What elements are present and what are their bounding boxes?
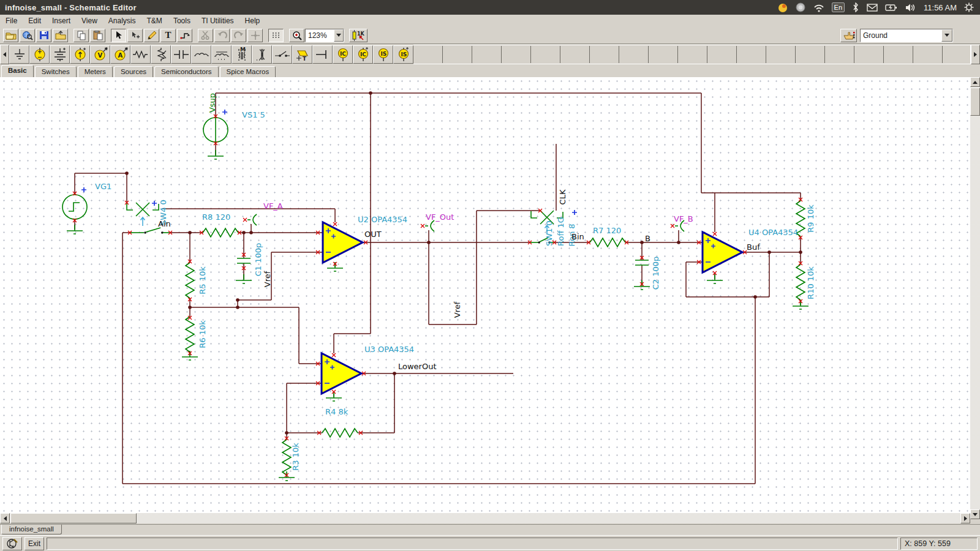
tab-sources[interactable]: Sources xyxy=(114,66,153,77)
palette-inductor-core[interactable] xyxy=(211,45,232,64)
gear-icon[interactable] xyxy=(964,2,974,12)
select-tool-button[interactable] xyxy=(111,29,126,42)
palette-controlled-source-ic1[interactable]: IC xyxy=(333,45,353,64)
battery-icon[interactable] xyxy=(885,4,897,12)
schematic-label[interactable]: VF_A xyxy=(263,202,283,210)
schematic-label[interactable]: R10 10k xyxy=(807,266,815,299)
cut-button[interactable] xyxy=(198,29,213,42)
schematic-label[interactable]: Vref xyxy=(453,302,461,318)
palette-scroll-left[interactable] xyxy=(0,45,9,64)
palette-inductor[interactable] xyxy=(191,45,211,64)
schematic-label[interactable]: R3 10k xyxy=(292,443,300,471)
palette-transformer[interactable]: M xyxy=(232,45,252,64)
schematic-label[interactable]: U3 OPA4354 xyxy=(364,345,414,353)
schematic-label[interactable]: R7 120 xyxy=(593,227,621,234)
volume-knob-icon[interactable] xyxy=(796,2,806,13)
menu-tools[interactable]: Tools xyxy=(168,15,196,26)
text-tool-button[interactable]: T xyxy=(160,29,176,42)
menu-file[interactable]: File xyxy=(0,15,23,26)
schematic-label[interactable]: VF_Out xyxy=(426,213,454,221)
undo-button[interactable] xyxy=(214,29,230,42)
schematic-label[interactable]: R9 10k xyxy=(807,204,815,233)
grid-toggle-button[interactable] xyxy=(268,29,284,42)
schematic-label[interactable]: R5 10k xyxy=(198,266,206,294)
schematic-label[interactable]: R8 120 xyxy=(202,213,230,221)
schematic-label[interactable]: Ain xyxy=(158,220,171,228)
palette-scroll-right[interactable] xyxy=(971,45,980,64)
scroll-down-button[interactable] xyxy=(970,509,980,519)
palette-switch[interactable] xyxy=(272,45,292,64)
open-recent-button[interactable] xyxy=(53,29,68,42)
schematic-label[interactable]: OUT xyxy=(364,230,382,238)
paste-button[interactable] xyxy=(90,29,105,42)
zoom-in-button[interactable] xyxy=(289,29,304,42)
tab-basic[interactable]: Basic xyxy=(1,65,34,77)
palette-resistor[interactable] xyxy=(130,45,151,64)
tab-meters[interactable]: Meters xyxy=(78,66,113,77)
horizontal-scrollbar[interactable] xyxy=(0,513,970,523)
document-tab[interactable]: infnoise_small xyxy=(1,525,62,534)
schematic-label[interactable]: Buf xyxy=(747,243,760,251)
palette-capacitor[interactable] xyxy=(171,45,191,64)
volume-icon[interactable] xyxy=(905,3,916,12)
palette-current-generator[interactable]: A xyxy=(110,45,130,64)
palette-transformer-core[interactable] xyxy=(252,45,272,64)
menu-help[interactable]: Help xyxy=(239,15,266,26)
search-netlist-button[interactable] xyxy=(20,29,35,42)
keyboard-layout-indicator[interactable]: En xyxy=(832,2,845,12)
schematic-label[interactable]: Vsup xyxy=(208,93,216,113)
palette-jumper[interactable] xyxy=(312,45,333,64)
wire-tool-button[interactable] xyxy=(177,29,192,42)
schematic-label[interactable]: VG1 xyxy=(95,182,111,190)
menu-analysis[interactable]: Analysis xyxy=(103,15,141,26)
menu-view[interactable]: View xyxy=(76,15,103,26)
horizontal-scroll-thumb[interactable] xyxy=(10,513,137,523)
schematic-label[interactable]: U4 OPA4354 xyxy=(748,228,798,236)
redo-button[interactable] xyxy=(231,29,246,42)
tab-semiconductors[interactable]: Semiconductors xyxy=(154,66,218,77)
vertical-scrollbar[interactable] xyxy=(970,77,980,519)
menu-ti-utilities[interactable]: TI Utilities xyxy=(196,15,239,26)
schematic-label[interactable]: Bin xyxy=(571,233,584,241)
palette-battery[interactable] xyxy=(50,45,70,64)
pencil-tool-button[interactable] xyxy=(144,29,159,42)
component-jump-combo[interactable]: Ground xyxy=(860,29,953,42)
app-indicator-icon[interactable] xyxy=(778,2,788,13)
schematic-label[interactable]: R4 8k xyxy=(325,408,348,416)
move-tool-button[interactable] xyxy=(127,29,143,42)
menu-insert[interactable]: Insert xyxy=(47,15,76,26)
default-component-value-button[interactable]: 1K xyxy=(349,29,368,42)
scroll-right-button[interactable] xyxy=(960,513,970,523)
palette-voltage-source[interactable] xyxy=(29,45,50,64)
schematic-label[interactable]: VS1 5 xyxy=(242,111,265,119)
schematic-canvas[interactable]: VsupVS1 5VG1SW4 0AinR8 120C1 100pR5 10kR… xyxy=(0,77,970,513)
component-jump-arrow[interactable] xyxy=(941,29,952,42)
jump-to-component-button[interactable] xyxy=(840,29,857,42)
exit-button[interactable]: Exit xyxy=(24,537,44,550)
schematic-label[interactable]: SW1 0 xyxy=(545,220,553,246)
palette-current-source[interactable] xyxy=(70,45,90,64)
center-tool-button[interactable] xyxy=(247,29,263,42)
schematic-label[interactable]: Roff 1G xyxy=(557,217,565,246)
schematic-label[interactable]: R6 10k xyxy=(198,320,206,348)
clock[interactable]: 11:56 AM xyxy=(924,3,957,12)
schematic-label[interactable]: Vref xyxy=(263,271,271,288)
palette-controlled-source-is2[interactable]: IS xyxy=(393,45,413,64)
palette-potentiometer[interactable] xyxy=(151,45,171,64)
schematic-label[interactable]: U2 OPA4354 xyxy=(358,216,407,223)
palette-voltage-generator[interactable]: V xyxy=(90,45,110,64)
schematic-label[interactable]: CLK xyxy=(559,190,567,205)
schematic-label[interactable]: C2 100p xyxy=(652,257,660,290)
menu-edit[interactable]: Edit xyxy=(23,15,47,26)
tina-task-icon[interactable] xyxy=(2,537,22,550)
schematic-label[interactable]: LowerOut xyxy=(398,362,437,370)
copy-button[interactable] xyxy=(74,29,89,42)
zoom-level-combo[interactable]: 123% xyxy=(305,29,344,42)
scroll-up-button[interactable] xyxy=(970,77,980,87)
mail-icon[interactable] xyxy=(867,3,878,12)
schematic-label[interactable]: C1 100p xyxy=(254,243,262,277)
save-button[interactable] xyxy=(36,29,51,42)
palette-relay[interactable]: T xyxy=(292,45,312,64)
scroll-left-button[interactable] xyxy=(0,513,10,523)
bluetooth-icon[interactable] xyxy=(852,2,859,12)
